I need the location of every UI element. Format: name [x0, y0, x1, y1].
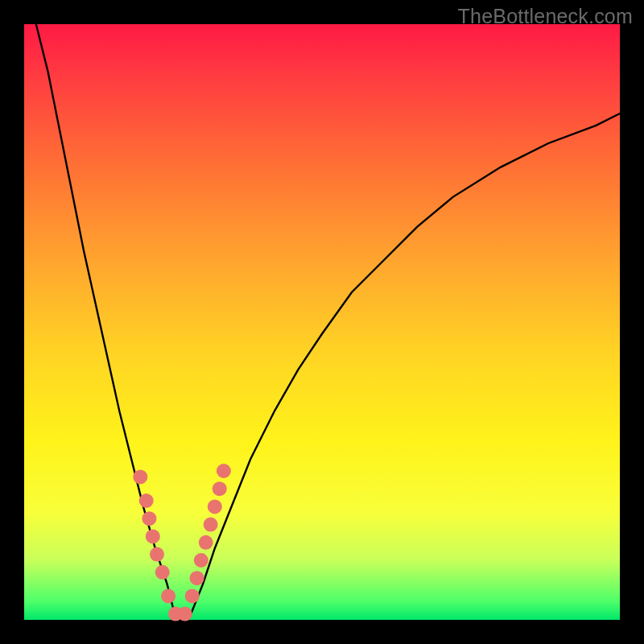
bottleneck-curve-left	[36, 24, 185, 620]
marker-dot	[208, 499, 222, 514]
marker-dot	[161, 588, 175, 603]
watermark-text: TheBottleneck.com	[458, 5, 633, 28]
marker-dot	[185, 588, 200, 603]
marker-dot	[139, 493, 154, 508]
marker-dot	[213, 481, 227, 496]
chart-overlay	[24, 24, 620, 620]
marker-dot	[142, 511, 156, 526]
outer-frame: TheBottleneck.com	[0, 0, 644, 644]
marker-dot	[190, 571, 204, 585]
marker-dot	[133, 469, 147, 484]
marker-dot	[199, 535, 213, 550]
marker-dot	[146, 529, 160, 543]
marker-dot	[150, 547, 164, 562]
marker-dot	[217, 464, 231, 478]
marker-dot	[204, 518, 218, 532]
marker-dot	[194, 553, 208, 568]
marker-dot	[178, 607, 192, 621]
marker-dot	[155, 565, 170, 580]
bottleneck-curve-right	[185, 114, 620, 620]
plot-area	[24, 24, 620, 620]
